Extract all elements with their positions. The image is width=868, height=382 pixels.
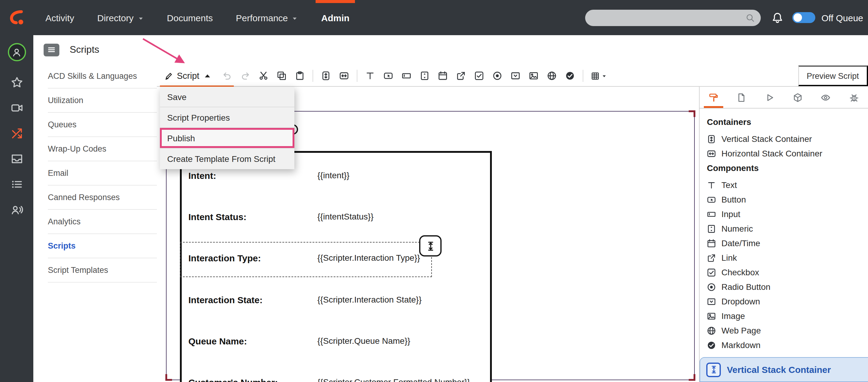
paste-icon[interactable] [295,71,305,81]
link-icon [707,253,716,262]
user-avatar[interactable] [7,43,26,61]
interactions-calls-icon[interactable] [10,127,23,140]
palette-item-radio-button[interactable]: Radio Button [707,280,861,294]
page-icon [737,92,747,102]
redo-icon[interactable] [241,71,250,81]
vertical-stack-drag-handle[interactable] [419,235,441,257]
cut-icon[interactable] [259,71,268,81]
sidebar-item-utilization[interactable]: Utilization [48,89,157,113]
palette-item-text[interactable]: Text [707,178,861,192]
webpage-component-icon[interactable] [547,71,557,81]
datetime-component-icon[interactable] [438,71,447,81]
queue-status-label: Off Queue [822,12,863,23]
tab-resources[interactable] [784,87,812,108]
palette-item-link[interactable]: Link [707,251,861,265]
page-title: Scripts [70,44,99,55]
tab-actions[interactable] [756,87,784,108]
palette-item-datetime[interactable]: Date/Time [707,236,861,251]
script-field-queue-name[interactable]: Queue Name: {{Scripter.Queue Name}} [182,332,490,350]
favorites-star-icon[interactable] [10,77,23,89]
numeric-component-icon[interactable] [420,71,430,81]
person-icon [11,47,22,57]
nav-item-admin[interactable]: Admin [310,0,361,35]
palette-item-input[interactable]: Input [707,207,861,221]
vertical-stack-icon[interactable] [321,71,331,81]
palette-item-horizontal-stack[interactable]: Horizontal Stack Container [707,146,861,161]
notifications-bell-icon[interactable] [772,12,783,23]
dropdown-component-icon[interactable] [510,71,520,81]
text-component-icon[interactable] [365,71,375,81]
play-icon [765,92,775,102]
checkbox-component-icon[interactable] [474,71,484,81]
palette-item-label: Date/Time [721,238,760,248]
sidebar-item-script-templates[interactable]: Script Templates [48,258,157,283]
sidebar-item-scripts[interactable]: Scripts [48,234,157,258]
sidebar-item-queues[interactable]: Queues [48,113,157,137]
drag-preview-vertical-stack[interactable]: Vertical Stack Container [700,357,868,382]
image-component-icon[interactable] [529,71,538,81]
palette-item-label: Link [721,253,737,263]
nav-item-label: Documents [167,12,213,23]
sidebar-item-wrap-up-codes[interactable]: Wrap-Up Codes [48,137,157,161]
button-component-icon[interactable] [383,71,393,81]
tab-components[interactable] [700,87,728,108]
image-icon [707,311,716,320]
table-icon [591,71,600,80]
script-field-intent-status[interactable]: Intent Status: {{intentStatus}} [182,207,490,226]
script-field-interaction-state[interactable]: Interaction State: {{Scripter.Interactio… [182,290,490,308]
input-component-icon[interactable] [402,71,411,81]
canvas-corner-mark [165,374,172,381]
markdown-component-icon[interactable] [565,71,575,81]
agent-audio-icon[interactable] [10,204,23,216]
palette-item-vertical-stack[interactable]: Vertical Stack Container [707,131,861,146]
link-component-icon[interactable] [456,71,466,81]
video-icon[interactable] [10,102,23,114]
horizontal-stack-icon[interactable] [339,71,349,81]
sidebar-item-email[interactable]: Email [48,161,157,185]
sidebar-item-canned-responses[interactable]: Canned Responses [48,185,157,210]
tab-visibility[interactable] [812,87,840,108]
menu-toggle-button[interactable] [43,43,59,56]
sidebar-item-acd-skills-languages[interactable]: ACD Skills & Languages [48,64,157,89]
search-input[interactable] [591,13,746,23]
script-field-customers-number[interactable]: Customer's Number: {{Scripter.Customer F… [182,373,490,382]
palette-item-numeric[interactable]: Numeric [707,221,861,236]
palette-item-web-page[interactable]: Web Page [707,323,861,338]
insert-table-button[interactable] [591,71,607,80]
script-menu-button-label: Script [177,71,199,81]
horizontal-stack-icon [707,149,716,158]
menu-item-save[interactable]: Save [160,87,294,107]
genesys-logo-icon[interactable] [8,8,26,27]
nav-item-documents[interactable]: Documents [155,0,224,35]
script-menu-button[interactable]: Script [157,65,218,86]
palette-item-checkbox[interactable]: Checkbox [707,265,861,280]
nav-item-performance[interactable]: Performance [224,0,310,35]
palette-item-dropdown[interactable]: Dropdown [707,294,861,308]
palette-item-markdown[interactable]: Markdown [707,338,861,352]
drag-preview-label: Vertical Stack Container [727,364,831,375]
nav-item-directory[interactable]: Directory [86,0,155,35]
preview-script-button[interactable]: Preview Script [798,65,868,86]
panel-body: Containers Vertical Stack Container Hori… [700,109,868,352]
tab-pages[interactable] [728,87,756,108]
tab-debug[interactable] [840,87,868,108]
undo-icon[interactable] [222,71,232,81]
inbox-icon[interactable] [10,153,23,165]
palette-item-image[interactable]: Image [707,308,861,323]
copy-icon[interactable] [277,71,286,81]
queue-status-toggle[interactable] [792,12,815,23]
menu-item-publish[interactable]: Publish [160,128,294,149]
canvas-corner-mark [689,110,695,117]
menu-item-script-properties[interactable]: Script Properties [160,107,294,128]
palette-item-button[interactable]: Button [707,192,861,207]
canvas-corner-mark [689,374,695,381]
vertical-stack-container[interactable]: Intent: {{intent}} Intent Status: {{inte… [180,151,492,382]
radio-component-icon[interactable] [492,71,502,81]
menu-item-create-template[interactable]: Create Template From Script [160,149,294,169]
nav-item-activity[interactable]: Activity [34,0,86,35]
global-search[interactable] [585,9,761,26]
component-palette-panel: Containers Vertical Stack Container Hori… [699,87,868,382]
nav-item-label: Activity [45,12,74,23]
sidebar-item-analytics[interactable]: Analytics [48,210,157,234]
queue-list-icon[interactable] [10,178,23,190]
